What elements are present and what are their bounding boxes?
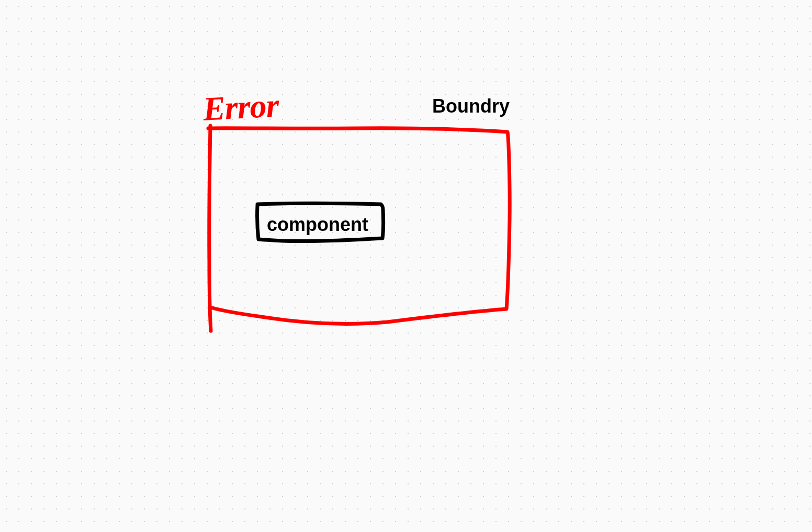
sketch-overlay [0,0,812,532]
diagram-canvas[interactable]: Error Boundry component [0,0,812,532]
component-label: component [267,214,368,236]
error-label: Error [202,86,279,128]
boundary-label: Boundry [432,95,510,117]
